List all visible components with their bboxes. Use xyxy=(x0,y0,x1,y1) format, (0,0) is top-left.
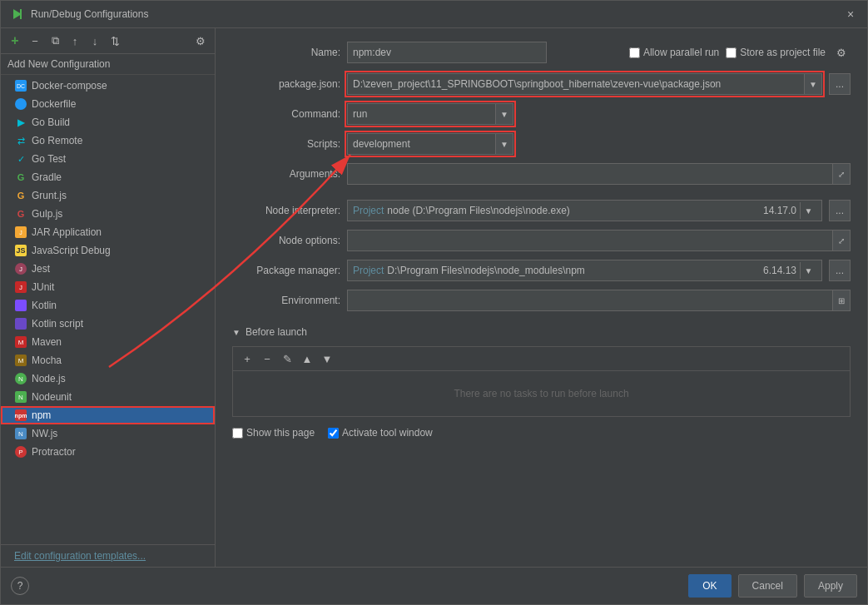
node-interpreter-dropdown[interactable]: ▼ xyxy=(800,202,816,219)
svg-rect-1 xyxy=(20,9,22,19)
tree-item-maven[interactable]: MMaven xyxy=(1,333,215,351)
tree-item-kotlin[interactable]: Kotlin xyxy=(1,296,215,315)
tree-item-jest[interactable]: JJest xyxy=(1,260,215,278)
tree-item-gulp-js[interactable]: GGulp.js xyxy=(1,205,215,223)
close-button[interactable]: × xyxy=(844,7,857,21)
protractor-icon: P xyxy=(14,445,27,459)
tree-item-node-js[interactable]: NNode.js xyxy=(1,369,215,388)
package-json-label: package.json: xyxy=(232,78,340,90)
tree-item-nw-js[interactable]: NNW.js xyxy=(1,424,215,443)
before-launch-toggle[interactable]: ▼ xyxy=(232,328,241,337)
package-manager-label: Package manager: xyxy=(232,265,340,276)
store-as-project-label[interactable]: Store as project file xyxy=(726,47,826,58)
package-manager-version: 6.14.13 xyxy=(763,265,796,276)
before-launch-section: ▼ Before launch xyxy=(232,326,851,338)
before-launch-up[interactable]: ▲ xyxy=(298,350,316,368)
mocha-icon: M xyxy=(14,354,27,367)
allow-parallel-checkbox[interactable] xyxy=(629,47,640,58)
tree-item-junit[interactable]: JJUnit xyxy=(1,278,215,296)
before-launch-down[interactable]: ▼ xyxy=(318,350,336,368)
node-interpreter-combo: Project node (D:\Program Files\nodejs\no… xyxy=(347,200,822,221)
node-options-label: Node options: xyxy=(232,235,340,246)
add-new-header: Add New Configuration xyxy=(1,54,215,75)
tree-item-grunt-js[interactable]: GGrunt.js xyxy=(1,186,215,205)
tree-item-npm[interactable]: npmnpm xyxy=(1,406,215,424)
package-json-browse-button[interactable]: ... xyxy=(829,73,851,95)
bottom-left: ? xyxy=(11,577,29,595)
remove-configuration-button[interactable]: − xyxy=(26,32,44,50)
environment-input[interactable] xyxy=(347,290,851,311)
package-manager-value: D:\Program Files\nodejs\node_modules\npm xyxy=(387,265,760,276)
tree-item-go-remote[interactable]: ⇄Go Remote xyxy=(1,131,215,150)
ok-button[interactable]: OK xyxy=(688,574,731,598)
arguments-row: Arguments: ⤢ xyxy=(232,163,851,185)
node-options-input[interactable] xyxy=(347,230,851,251)
node-options-row: Node options: ⤢ xyxy=(232,230,851,251)
before-launch-remove[interactable]: − xyxy=(258,350,276,368)
before-launch-add[interactable]: + xyxy=(238,350,256,368)
go-test-icon: ✓ xyxy=(14,152,27,166)
cancel-button[interactable]: Cancel xyxy=(738,574,797,598)
activate-tool-label[interactable]: Activate tool window xyxy=(328,427,433,439)
help-button[interactable]: ? xyxy=(11,577,29,595)
before-launch-edit[interactable]: ✎ xyxy=(278,350,296,368)
dialog-icon xyxy=(11,7,24,21)
tree-item-label-kotlin: Kotlin xyxy=(32,300,57,311)
settings-button[interactable]: ⚙ xyxy=(191,32,210,50)
tree-item-label-protractor: Protractor xyxy=(32,446,76,458)
scripts-input[interactable] xyxy=(347,133,513,155)
command-label: Command: xyxy=(232,108,340,120)
tree-item-mocha[interactable]: MMocha xyxy=(1,351,215,369)
add-configuration-button[interactable]: + xyxy=(6,32,24,50)
command-input[interactable] xyxy=(347,103,513,125)
tree-item-dockerfile[interactable]: Dockerfile xyxy=(1,95,215,113)
package-manager-browse[interactable]: ... xyxy=(829,260,851,281)
command-row: Command: ▼ xyxy=(232,103,851,125)
before-launch-empty: There are no tasks to run before launch xyxy=(233,371,850,416)
package-json-dropdown[interactable]: ▼ xyxy=(804,73,822,95)
sort-button[interactable]: ⇅ xyxy=(106,32,124,50)
kotlin-script-icon xyxy=(14,317,27,330)
go-build-icon: ▶ xyxy=(14,116,27,129)
show-page-label[interactable]: Show this page xyxy=(232,427,315,439)
scripts-dropdown[interactable]: ▼ xyxy=(495,133,513,155)
arguments-input[interactable] xyxy=(347,163,851,185)
command-dropdown[interactable]: ▼ xyxy=(495,103,513,125)
node-options-expand[interactable]: ⤢ xyxy=(832,230,851,251)
copy-configuration-button[interactable]: ⧉ xyxy=(46,32,64,50)
tree-item-label-maven: Maven xyxy=(32,336,62,348)
right-panel: Name: Allow parallel run Store as projec… xyxy=(216,28,867,567)
jar-icon: J xyxy=(14,226,27,239)
junit-icon: J xyxy=(14,280,27,294)
edit-templates-link[interactable]: Edit configuration templates... xyxy=(7,547,152,565)
tree-item-gradle[interactable]: GGradle xyxy=(1,168,215,186)
dialog-title: Run/Debug Configurations xyxy=(31,8,148,20)
package-manager-dropdown[interactable]: ▼ xyxy=(800,262,816,279)
show-page-checkbox[interactable] xyxy=(232,428,243,439)
configuration-tree: DCDocker-composeDockerfile▶Go Build⇄Go R… xyxy=(1,75,215,544)
tree-item-jar-application[interactable]: JJAR Application xyxy=(1,223,215,241)
store-as-project-checkbox[interactable] xyxy=(726,47,737,58)
environment-expand[interactable]: ⊞ xyxy=(832,290,851,311)
tree-item-docker-compose[interactable]: DCDocker-compose xyxy=(1,77,215,95)
apply-button[interactable]: Apply xyxy=(804,574,857,598)
node-interpreter-browse[interactable]: ... xyxy=(829,200,851,221)
tree-item-nodeunit[interactable]: NNodeunit xyxy=(1,388,215,406)
activate-tool-checkbox[interactable] xyxy=(328,428,339,439)
arguments-combo: ⤢ xyxy=(347,163,851,185)
move-down-button[interactable]: ↓ xyxy=(86,32,104,50)
name-input[interactable] xyxy=(347,42,547,63)
allow-parallel-label[interactable]: Allow parallel run xyxy=(629,47,719,58)
tree-item-javascript-debug[interactable]: JSJavaScript Debug xyxy=(1,241,215,260)
package-manager-prefix: Project xyxy=(353,265,384,276)
arguments-expand[interactable]: ⤢ xyxy=(832,163,851,185)
tree-item-protractor[interactable]: PProtractor xyxy=(1,443,215,461)
move-up-button[interactable]: ↑ xyxy=(66,32,84,50)
tree-item-kotlin-script[interactable]: Kotlin script xyxy=(1,315,215,333)
tree-item-go-test[interactable]: ✓Go Test xyxy=(1,150,215,168)
package-json-input[interactable] xyxy=(347,73,822,95)
before-launch-title: Before launch xyxy=(246,326,307,338)
title-bar-left: Run/Debug Configurations xyxy=(11,7,148,21)
tree-item-go-build[interactable]: ▶Go Build xyxy=(1,113,215,131)
settings-gear-button[interactable]: ⚙ xyxy=(832,43,851,62)
